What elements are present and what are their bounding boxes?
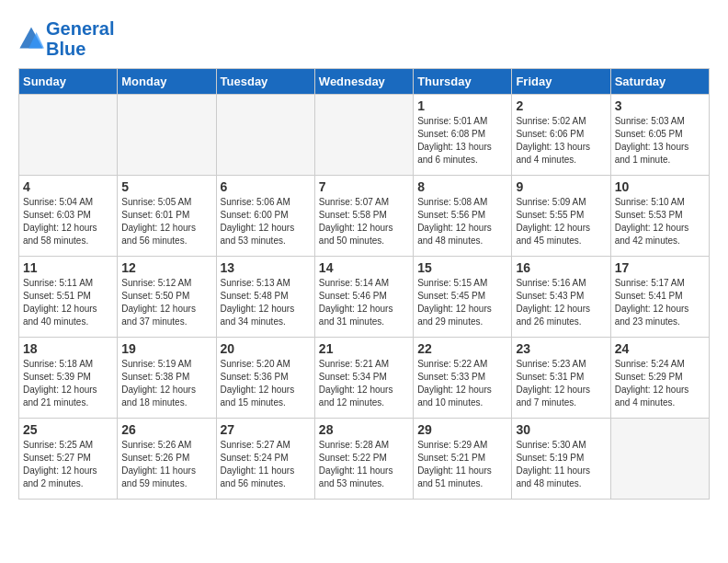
calendar-cell: 12 Sunrise: 5:12 AM Sunset: 5:50 PM Dayl… [118, 257, 216, 338]
cell-info: Sunrise: 5:13 AM Sunset: 5:48 PM Dayligh… [221, 277, 311, 328]
cell-info: Sunrise: 5:15 AM Sunset: 5:45 PM Dayligh… [417, 277, 507, 328]
weekday-header: Wednesday [314, 69, 413, 95]
calendar-cell: 6 Sunrise: 5:06 AM Sunset: 6:00 PM Dayli… [216, 176, 314, 257]
day-number: 8 [417, 179, 507, 194]
calendar-cell: 9 Sunrise: 5:09 AM Sunset: 5:55 PM Dayli… [512, 176, 610, 257]
weekday-header: Tuesday [216, 69, 314, 95]
calendar-cell: 4 Sunrise: 5:04 AM Sunset: 6:03 PM Dayli… [19, 176, 118, 257]
cell-info: Sunrise: 5:08 AM Sunset: 5:56 PM Dayligh… [417, 196, 507, 247]
calendar-cell: 18 Sunrise: 5:18 AM Sunset: 5:39 PM Dayl… [19, 338, 118, 419]
day-number: 7 [319, 179, 409, 194]
day-number: 3 [615, 98, 705, 113]
logo-icon [18, 26, 44, 52]
cell-info: Sunrise: 5:17 AM Sunset: 5:41 PM Dayligh… [615, 277, 705, 328]
cell-info: Sunrise: 5:09 AM Sunset: 5:55 PM Dayligh… [516, 196, 606, 247]
calendar-cell: 22 Sunrise: 5:22 AM Sunset: 5:33 PM Dayl… [414, 338, 512, 419]
weekday-header: Saturday [610, 69, 709, 95]
day-number: 23 [516, 341, 606, 356]
day-number: 15 [417, 260, 507, 275]
calendar-cell: 3 Sunrise: 5:03 AM Sunset: 6:05 PM Dayli… [610, 95, 709, 176]
day-number: 2 [516, 98, 606, 113]
day-number: 6 [221, 179, 311, 194]
cell-info: Sunrise: 5:12 AM Sunset: 5:50 PM Dayligh… [121, 277, 211, 328]
calendar-cell: 15 Sunrise: 5:15 AM Sunset: 5:45 PM Dayl… [414, 257, 512, 338]
day-number: 14 [319, 260, 409, 275]
calendar-cell: 17 Sunrise: 5:17 AM Sunset: 5:41 PM Dayl… [610, 257, 709, 338]
cell-info: Sunrise: 5:10 AM Sunset: 5:53 PM Dayligh… [615, 196, 705, 247]
cell-info: Sunrise: 5:22 AM Sunset: 5:33 PM Dayligh… [417, 358, 507, 409]
calendar-cell: 16 Sunrise: 5:16 AM Sunset: 5:43 PM Dayl… [512, 257, 610, 338]
calendar-cell [19, 95, 118, 176]
weekday-header: Monday [118, 69, 216, 95]
day-number: 19 [121, 341, 211, 356]
calendar-cell: 2 Sunrise: 5:02 AM Sunset: 6:06 PM Dayli… [512, 95, 610, 176]
calendar-cell: 29 Sunrise: 5:29 AM Sunset: 5:21 PM Dayl… [414, 419, 512, 500]
weekday-header: Friday [512, 69, 610, 95]
day-number: 26 [121, 422, 211, 437]
day-number: 18 [23, 341, 113, 356]
calendar-cell: 13 Sunrise: 5:13 AM Sunset: 5:48 PM Dayl… [216, 257, 314, 338]
day-number: 1 [417, 98, 507, 113]
cell-info: Sunrise: 5:07 AM Sunset: 5:58 PM Dayligh… [319, 196, 409, 247]
page-header: General Blue [18, 18, 710, 59]
day-number: 16 [516, 260, 606, 275]
logo: General Blue [18, 18, 114, 59]
cell-info: Sunrise: 5:23 AM Sunset: 5:31 PM Dayligh… [516, 358, 606, 409]
calendar-cell: 11 Sunrise: 5:11 AM Sunset: 5:51 PM Dayl… [19, 257, 118, 338]
calendar-cell: 8 Sunrise: 5:08 AM Sunset: 5:56 PM Dayli… [414, 176, 512, 257]
cell-info: Sunrise: 5:11 AM Sunset: 5:51 PM Dayligh… [23, 277, 113, 328]
cell-info: Sunrise: 5:14 AM Sunset: 5:46 PM Dayligh… [319, 277, 409, 328]
calendar-cell: 5 Sunrise: 5:05 AM Sunset: 6:01 PM Dayli… [118, 176, 216, 257]
calendar-cell: 26 Sunrise: 5:26 AM Sunset: 5:26 PM Dayl… [118, 419, 216, 500]
weekday-header: Sunday [19, 69, 118, 95]
day-number: 25 [23, 422, 113, 437]
cell-info: Sunrise: 5:04 AM Sunset: 6:03 PM Dayligh… [23, 196, 113, 247]
calendar-cell: 7 Sunrise: 5:07 AM Sunset: 5:58 PM Dayli… [314, 176, 413, 257]
day-number: 4 [23, 179, 113, 194]
calendar-cell [118, 95, 216, 176]
calendar-table: SundayMondayTuesdayWednesdayThursdayFrid… [18, 68, 710, 500]
cell-info: Sunrise: 5:20 AM Sunset: 5:36 PM Dayligh… [221, 358, 311, 409]
calendar-cell [314, 95, 413, 176]
cell-info: Sunrise: 5:16 AM Sunset: 5:43 PM Dayligh… [516, 277, 606, 328]
day-number: 30 [516, 422, 606, 437]
day-number: 21 [319, 341, 409, 356]
day-number: 10 [615, 179, 705, 194]
day-number: 27 [221, 422, 311, 437]
calendar-cell: 24 Sunrise: 5:24 AM Sunset: 5:29 PM Dayl… [610, 338, 709, 419]
day-number: 22 [417, 341, 507, 356]
cell-info: Sunrise: 5:02 AM Sunset: 6:06 PM Dayligh… [516, 115, 606, 167]
day-number: 20 [221, 341, 311, 356]
calendar-cell: 27 Sunrise: 5:27 AM Sunset: 5:24 PM Dayl… [216, 419, 314, 500]
cell-info: Sunrise: 5:18 AM Sunset: 5:39 PM Dayligh… [23, 358, 113, 409]
day-number: 9 [516, 179, 606, 194]
cell-info: Sunrise: 5:05 AM Sunset: 6:01 PM Dayligh… [121, 196, 211, 247]
calendar-cell: 21 Sunrise: 5:21 AM Sunset: 5:34 PM Dayl… [314, 338, 413, 419]
day-number: 11 [23, 260, 113, 275]
calendar-cell: 30 Sunrise: 5:30 AM Sunset: 5:19 PM Dayl… [512, 419, 610, 500]
calendar-cell: 23 Sunrise: 5:23 AM Sunset: 5:31 PM Dayl… [512, 338, 610, 419]
cell-info: Sunrise: 5:19 AM Sunset: 5:38 PM Dayligh… [121, 358, 211, 409]
day-number: 29 [417, 422, 507, 437]
day-number: 13 [221, 260, 311, 275]
calendar-cell: 25 Sunrise: 5:25 AM Sunset: 5:27 PM Dayl… [19, 419, 118, 500]
cell-info: Sunrise: 5:27 AM Sunset: 5:24 PM Dayligh… [221, 439, 311, 490]
calendar-cell: 10 Sunrise: 5:10 AM Sunset: 5:53 PM Dayl… [610, 176, 709, 257]
calendar-cell: 14 Sunrise: 5:14 AM Sunset: 5:46 PM Dayl… [314, 257, 413, 338]
calendar-cell: 19 Sunrise: 5:19 AM Sunset: 5:38 PM Dayl… [118, 338, 216, 419]
day-number: 12 [121, 260, 211, 275]
day-number: 5 [121, 179, 211, 194]
cell-info: Sunrise: 5:29 AM Sunset: 5:21 PM Dayligh… [417, 439, 507, 490]
day-number: 17 [615, 260, 705, 275]
cell-info: Sunrise: 5:01 AM Sunset: 6:08 PM Dayligh… [417, 115, 507, 167]
cell-info: Sunrise: 5:25 AM Sunset: 5:27 PM Dayligh… [23, 439, 113, 490]
cell-info: Sunrise: 5:24 AM Sunset: 5:29 PM Dayligh… [615, 358, 705, 409]
calendar-cell [216, 95, 314, 176]
calendar-cell: 1 Sunrise: 5:01 AM Sunset: 6:08 PM Dayli… [414, 95, 512, 176]
day-number: 28 [319, 422, 409, 437]
calendar-cell: 28 Sunrise: 5:28 AM Sunset: 5:22 PM Dayl… [314, 419, 413, 500]
cell-info: Sunrise: 5:21 AM Sunset: 5:34 PM Dayligh… [319, 358, 409, 409]
day-number: 24 [615, 341, 705, 356]
cell-info: Sunrise: 5:03 AM Sunset: 6:05 PM Dayligh… [615, 115, 705, 167]
cell-info: Sunrise: 5:28 AM Sunset: 5:22 PM Dayligh… [319, 439, 409, 490]
